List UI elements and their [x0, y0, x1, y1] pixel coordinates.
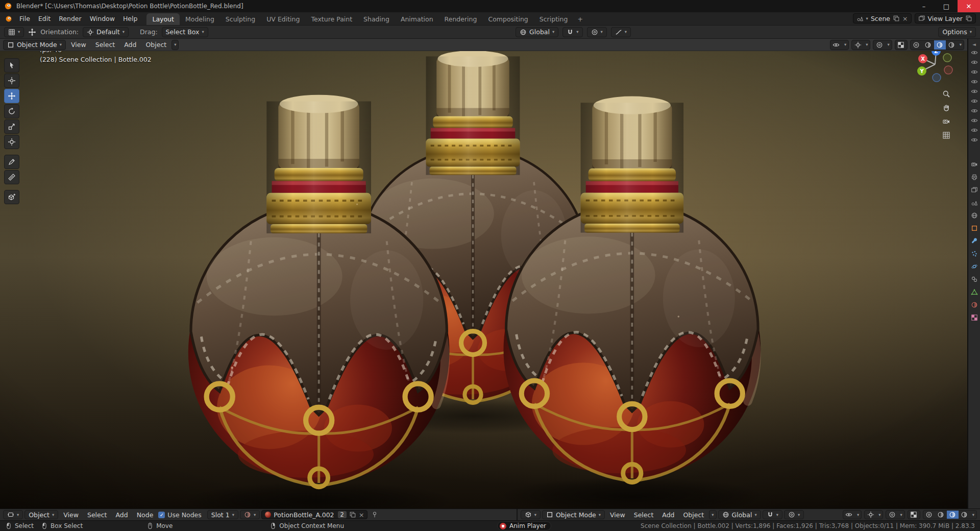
visibility-eye-icon[interactable]	[971, 68, 978, 76]
bvp-gizmos-dropdown[interactable]: ▾	[864, 510, 883, 519]
camera-view-icon[interactable]	[942, 117, 950, 126]
editor-type-shader[interactable]: ▾	[3, 510, 23, 519]
menu-file[interactable]: File	[15, 12, 34, 25]
bottom-mode-dropdown[interactable]: Object Mode▾	[542, 510, 605, 519]
scale-tool[interactable]	[4, 119, 19, 134]
viewport-3d[interactable]: Object Mode▾ View Select Add Object ▾ ▾ …	[0, 39, 968, 509]
maximize-button[interactable]: □	[935, 0, 958, 12]
transform-orientation-dropdown[interactable]: Global▾	[516, 27, 558, 37]
browse-material-dropdown[interactable]: ▾	[240, 510, 260, 519]
use-nodes-checkbox[interactable]: ✓	[158, 512, 165, 518]
tab-layout[interactable]: Layout	[146, 13, 180, 25]
anim-player-indicator[interactable]: Anim Player	[497, 521, 551, 530]
visibility-eye-icon[interactable]	[971, 59, 978, 66]
proportional-editing-toggle[interactable]: ▾	[587, 27, 607, 37]
tab-texture-paint[interactable]: Texture Paint	[305, 13, 358, 25]
shader-menu-view[interactable]: View	[60, 509, 82, 520]
view-layer-properties-tab[interactable]	[971, 186, 978, 194]
object-visibility-dropdown[interactable]: ▾	[830, 40, 849, 50]
tab-shading[interactable]: Shading	[358, 13, 395, 25]
visibility-eye-icon[interactable]	[971, 117, 978, 124]
xray-toggle[interactable]	[895, 40, 908, 50]
bvp-menu-select[interactable]: Select	[630, 509, 657, 520]
viewport-menu-add[interactable]: Add	[120, 39, 140, 51]
visibility-eye-icon[interactable]	[971, 88, 978, 95]
new-material-icon[interactable]	[349, 511, 356, 518]
visibility-eye-icon[interactable]	[971, 107, 978, 114]
add-workspace-button[interactable]: +	[573, 13, 586, 25]
tab-compositing[interactable]: Compositing	[482, 13, 533, 25]
transform-tool[interactable]	[4, 135, 19, 149]
expand-outliner-icon[interactable]: ◄	[972, 42, 976, 47]
constraints-properties-tab[interactable]	[971, 276, 978, 283]
material-users-count[interactable]: 2	[338, 511, 347, 518]
bvp-shading-rendered-button[interactable]	[959, 510, 970, 519]
tab-modeling[interactable]: Modeling	[180, 13, 220, 25]
gizmos-dropdown[interactable]: ▾	[851, 40, 870, 50]
output-properties-tab[interactable]	[971, 174, 978, 181]
select-box-tool[interactable]	[4, 58, 19, 73]
active-tool-dropdown[interactable]: ▾	[4, 27, 24, 37]
mode-dropdown[interactable]: Object Mode▾	[3, 40, 66, 50]
overlays-dropdown[interactable]: ▾	[873, 40, 892, 50]
proportional-falloff-dropdown[interactable]: ▾	[611, 27, 631, 37]
bvp-proportional-toggle[interactable]: ▾	[784, 510, 804, 519]
drag-dropdown[interactable]: Select Box▾	[162, 27, 208, 37]
bvp-shading-material-button[interactable]	[947, 510, 959, 519]
bvp-transform-orientation[interactable]: Global▾	[718, 510, 761, 519]
viewport-menu-view[interactable]: View	[67, 39, 90, 51]
bvp-snap-toggle[interactable]: ▾	[763, 510, 782, 519]
shading-material-button[interactable]	[934, 40, 946, 50]
shading-options-chevron[interactable]: ▾	[958, 42, 964, 47]
zoom-icon[interactable]	[942, 90, 950, 98]
snap-toggle[interactable]: ▾	[562, 27, 582, 37]
tab-rendering[interactable]: Rendering	[439, 13, 483, 25]
shading-solid-button[interactable]	[922, 40, 934, 50]
modifier-properties-tab[interactable]	[971, 237, 978, 245]
bvp-overlays-dropdown[interactable]: ▾	[886, 510, 904, 519]
shader-menu-node[interactable]: Node	[133, 509, 157, 520]
tab-animation[interactable]: Animation	[395, 13, 439, 25]
menu-help[interactable]: Help	[119, 12, 142, 25]
physics-properties-tab[interactable]	[971, 263, 978, 270]
material-properties-tab[interactable]	[971, 301, 978, 308]
object-data-properties-tab[interactable]	[971, 288, 978, 296]
bvp-menu-object[interactable]: Object	[680, 509, 708, 520]
visibility-eye-icon[interactable]	[971, 78, 978, 85]
pan-hand-icon[interactable]	[942, 104, 950, 112]
texture-properties-tab[interactable]	[971, 314, 978, 321]
object-properties-tab[interactable]	[971, 225, 978, 232]
minimize-button[interactable]: –	[913, 0, 935, 12]
bvp-shading-solid-button[interactable]	[935, 510, 947, 519]
bvp-object-visibility-dropdown[interactable]: ▾	[843, 510, 862, 519]
options-dropdown[interactable]: Options▾	[938, 27, 976, 37]
view-layer-selector[interactable]: View Layer	[915, 13, 976, 23]
cursor-tool[interactable]	[4, 74, 19, 88]
shading-wireframe-button[interactable]	[911, 40, 922, 50]
menu-window[interactable]: Window	[86, 12, 119, 25]
viewport-menu-object[interactable]: Object	[141, 39, 170, 51]
measure-tool[interactable]	[4, 170, 19, 184]
toggle-grid-icon[interactable]	[942, 131, 950, 139]
orientation-dropdown[interactable]: Default▾	[83, 27, 129, 37]
add-cube-tool[interactable]	[4, 190, 19, 204]
tab-sculpting[interactable]: Sculpting	[220, 13, 261, 25]
pin-icon[interactable]	[371, 511, 378, 518]
close-button[interactable]: ✕	[958, 0, 980, 12]
editor-type-viewport[interactable]: ▾	[521, 510, 541, 519]
unlink-material-icon[interactable]: ×	[359, 511, 364, 519]
bvp-menu-add[interactable]: Add	[658, 509, 678, 520]
bvp-shading-options-chevron[interactable]: ▾	[970, 513, 976, 517]
scene-selector[interactable]: ▾ Scene ×	[853, 13, 912, 23]
viewport-canvas[interactable]	[0, 51, 967, 509]
scene-properties-tab[interactable]	[971, 199, 978, 206]
header-overflow-chevron[interactable]: ▾	[172, 40, 179, 50]
visibility-eye-icon[interactable]	[971, 127, 978, 134]
visibility-eye-icon[interactable]	[971, 136, 978, 143]
shader-menu-add[interactable]: Add	[112, 509, 132, 520]
viewport-menu-select[interactable]: Select	[91, 39, 119, 51]
bvp-overflow-chevron[interactable]: ▾	[709, 510, 716, 519]
shader-type-dropdown[interactable]: Object▾	[24, 510, 58, 519]
annotate-tool[interactable]	[4, 155, 19, 169]
bvp-xray-toggle[interactable]	[908, 510, 920, 519]
